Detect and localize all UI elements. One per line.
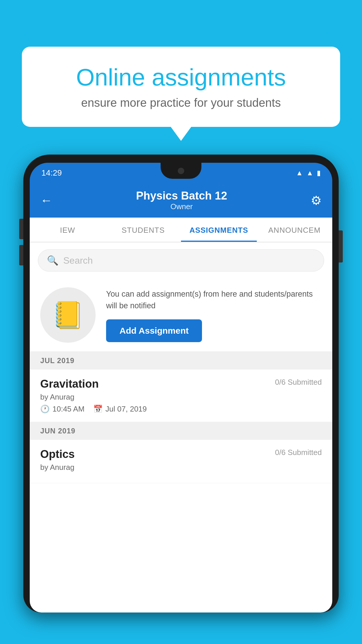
status-icons: ▲ ▲ ▮ [296,169,321,177]
assignment-optics-by: by Anurag [40,463,322,472]
assignment-meta: 🕐 10:45 AM 📅 Jul 07, 2019 [40,405,322,414]
search-container: 🔍 Search [30,242,332,279]
assignment-date: Jul 07, 2019 [106,405,147,414]
tab-iew[interactable]: IEW [30,218,106,242]
assignment-row-top-optics: Optics 0/6 Submitted [40,448,322,461]
phone-outer: 14:29 ▲ ▲ ▮ ← Physics Batch 12 Owner ⚙ [23,155,339,612]
back-button[interactable]: ← [40,193,52,207]
volume-up-button [19,219,23,239]
assignment-by: by Anurag [40,393,322,402]
signal-icon: ▲ [306,169,313,177]
search-bar[interactable]: 🔍 Search [38,249,324,272]
meta-date: 📅 Jul 07, 2019 [93,405,147,414]
promo-bubble: Online assignments ensure more practice … [22,47,340,127]
assignment-name: Gravitation [40,378,99,390]
month-jul-2019: JUL 2019 [30,352,332,370]
assignment-submitted: 0/6 Submitted [275,378,322,387]
tab-students[interactable]: STUDENTS [106,218,181,242]
assignment-optics-submitted: 0/6 Submitted [275,448,322,457]
meta-time: 🕐 10:45 AM [40,405,85,414]
search-input[interactable]: Search [63,255,93,266]
assignment-icon-circle: 📒 [40,287,96,343]
assignment-gravitation[interactable]: Gravitation 0/6 Submitted by Anurag 🕐 10… [30,370,332,422]
assignment-optics-name: Optics [40,448,75,461]
status-time: 14:29 [41,168,62,178]
add-assignment-desc: You can add assignment(s) from here and … [106,288,322,312]
app-header: ← Physics Batch 12 Owner ⚙ [30,183,332,218]
add-assignment-button[interactable]: Add Assignment [106,319,202,342]
phone-frame: 14:29 ▲ ▲ ▮ ← Physics Batch 12 Owner ⚙ [23,155,339,644]
camera [178,168,184,174]
notebook-icon: 📒 [52,300,84,330]
promo-title: Online assignments [42,64,320,90]
settings-icon[interactable]: ⚙ [311,193,322,208]
tab-announcements[interactable]: ANNOUNCEM [257,218,333,242]
assignment-row-top: Gravitation 0/6 Submitted [40,378,322,390]
owner-label: Owner [136,202,227,211]
calendar-icon: 📅 [93,405,103,414]
clock-icon: 🕐 [40,405,50,414]
add-assignment-section: 📒 You can add assignment(s) from here an… [30,279,332,352]
battery-icon: ▮ [317,169,321,177]
assignment-optics[interactable]: Optics 0/6 Submitted by Anurag [30,440,332,483]
phone-notch [161,163,201,179]
volume-down-button [19,245,23,265]
batch-title: Physics Batch 12 [136,190,227,202]
wifi-icon: ▲ [296,169,303,177]
app-screen: ← Physics Batch 12 Owner ⚙ IEW STUDENTS … [30,183,332,612]
month-jun-2019: JUN 2019 [30,422,332,440]
add-assignment-content: You can add assignment(s) from here and … [106,288,322,342]
tabs-bar: IEW STUDENTS ASSIGNMENTS ANNOUNCEM [30,218,332,242]
tab-assignments[interactable]: ASSIGNMENTS [181,218,257,242]
promo-section: Online assignments ensure more practice … [22,47,340,127]
header-center: Physics Batch 12 Owner [136,190,227,211]
power-button [339,230,343,262]
promo-subtitle: ensure more practice for your students [42,96,320,109]
assignment-time: 10:45 AM [52,405,85,414]
search-icon: 🔍 [47,255,59,266]
status-bar: 14:29 ▲ ▲ ▮ [30,163,332,183]
